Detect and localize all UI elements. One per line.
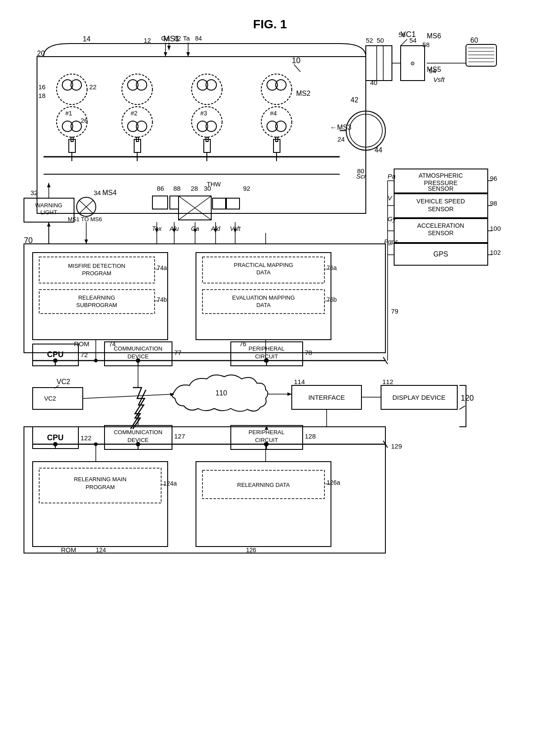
n126a-label: 126a xyxy=(327,479,340,486)
svg-marker-1 xyxy=(167,46,171,50)
ga-top-label: Ga xyxy=(161,34,170,42)
svg-rect-160 xyxy=(196,462,331,547)
n112-label: 112 xyxy=(382,378,393,385)
n124-label: ROM xyxy=(61,546,76,554)
cpu-122-label: CPU xyxy=(47,433,64,442)
vsft-top-label: Vsft xyxy=(433,76,445,83)
n16-label: 16 xyxy=(38,83,46,91)
n80-label: 80 xyxy=(357,167,364,175)
svg-marker-131 xyxy=(47,222,51,226)
svg-point-109 xyxy=(53,358,57,363)
warning-light-label2: LIGHT xyxy=(40,209,57,216)
ms4-label: MS4 xyxy=(102,189,117,196)
ms6-label: MS6 xyxy=(427,32,441,40)
eval-label1: EVALUATION MAPPING xyxy=(232,294,295,301)
n82-label: 82 xyxy=(174,35,181,42)
svg-line-141 xyxy=(459,406,465,409)
n52-label: 52 xyxy=(366,37,373,44)
n84-label: 84 xyxy=(195,35,202,42)
svg-point-31 xyxy=(122,74,152,105)
n77-label: 77 xyxy=(174,349,182,356)
n12-label: 12 xyxy=(144,37,151,44)
relearning-sub-label1: RELEARNING xyxy=(78,294,115,301)
cylinder-4: MS2 #4 xyxy=(261,74,310,152)
svg-marker-133 xyxy=(84,240,88,244)
n34-label: 34 xyxy=(94,189,101,196)
svg-point-117 xyxy=(264,359,267,362)
n70-label: 70 xyxy=(24,236,33,245)
svg-point-39 xyxy=(192,74,222,105)
svg-point-115 xyxy=(94,359,98,362)
n22-label: 22 xyxy=(89,83,97,91)
vc2-box-label: VC2 xyxy=(44,395,56,402)
n28-label: 28 xyxy=(191,185,198,192)
ms1-ms6-label: MS1 TO MS6 xyxy=(68,216,102,223)
n74a-label: 74a xyxy=(157,264,167,271)
svg-marker-143 xyxy=(287,392,292,396)
cylinder-3: #3 xyxy=(192,74,222,152)
svg-point-111 xyxy=(136,358,140,363)
atm-pressure-label: ATMOSPHERIC xyxy=(418,172,463,179)
vehicle-speed-label: VEHICLE SPEED xyxy=(416,198,465,205)
n58-label: 58 xyxy=(422,41,430,48)
n86-label: 86 xyxy=(157,185,164,192)
cyl2-label: #2 xyxy=(131,110,138,117)
cpu-72-label: CPU xyxy=(47,350,64,359)
diagram-svg: FIG. 1 MS1 14 Ga 82 Ta 84 12 VC1 52 50 5… xyxy=(9,9,531,749)
n124a-label: 124a xyxy=(163,480,177,487)
n60-label: 60 xyxy=(470,37,478,44)
n32-label: 32 xyxy=(30,189,38,196)
n110-label: 110 xyxy=(216,389,227,397)
n76a-label: 76a xyxy=(327,264,337,271)
n79-label: 79 xyxy=(391,307,398,315)
relearning-sub-label2: SUBPROGRAM xyxy=(76,302,117,308)
n127-label: 127 xyxy=(174,432,185,440)
n10-label: 10 xyxy=(292,56,300,65)
n54-label: 54 xyxy=(409,37,417,44)
comm-device-label1: COMMUNICATION xyxy=(114,345,162,352)
n14-label: 14 xyxy=(83,35,91,43)
svg-point-166 xyxy=(264,442,267,446)
n129-label: 129 xyxy=(391,442,402,450)
n88-label: 88 xyxy=(173,185,181,192)
warning-light-label1: WARNING xyxy=(35,202,62,209)
svg-rect-157 xyxy=(33,462,168,547)
n122-label: 122 xyxy=(81,434,91,442)
ms2-label: MS2 xyxy=(296,90,310,97)
svg-line-20 xyxy=(294,64,300,72)
vehicle-speed-label2: SENSOR xyxy=(428,206,453,213)
n114-label: 114 xyxy=(294,378,305,385)
n94-label: 94 xyxy=(429,67,436,74)
practical-label2: DATA xyxy=(256,269,271,276)
n120-label: 120 xyxy=(461,394,474,402)
svg-marker-3 xyxy=(164,52,167,57)
n44-label: 44 xyxy=(375,146,382,154)
n124-num: 124 xyxy=(96,547,106,554)
n128-label: 128 xyxy=(305,432,316,440)
svg-rect-7 xyxy=(366,46,392,81)
svg-point-164 xyxy=(94,442,98,446)
n50-label: 50 xyxy=(377,37,384,44)
relearn-data-label: RELEARNING DATA xyxy=(237,482,290,488)
svg-point-47 xyxy=(261,74,292,105)
cyl4-label: #4 xyxy=(270,110,277,117)
misfire-label1: MISFIRE DETECTION xyxy=(68,263,125,269)
display-label: DISPLAY DEVICE xyxy=(392,394,446,401)
interface-label: INTERFACE xyxy=(308,394,345,401)
accel-sensor-label: ACCELERATION xyxy=(417,222,464,229)
ms3-label: ←MS3 xyxy=(330,124,351,131)
gear-symbol: ⚙ xyxy=(410,61,415,67)
accel-sensor-label2: SENSOR xyxy=(428,230,453,236)
n72-label: 72 xyxy=(81,351,88,358)
fig-title: FIG. 1 xyxy=(253,17,287,31)
v-label: V xyxy=(388,194,393,202)
svg-line-6 xyxy=(401,39,407,46)
cyl3-label: #3 xyxy=(200,110,207,117)
pgps-label: Pgps xyxy=(384,238,398,245)
svg-marker-170 xyxy=(265,425,268,430)
n40-label: 40 xyxy=(370,79,378,86)
relearn-main-label1: RELEARNING MAIN xyxy=(74,476,127,483)
cylinder-1: #1 xyxy=(57,74,87,152)
svg-rect-81 xyxy=(226,198,240,209)
vc2-label: VC2 xyxy=(57,378,70,385)
